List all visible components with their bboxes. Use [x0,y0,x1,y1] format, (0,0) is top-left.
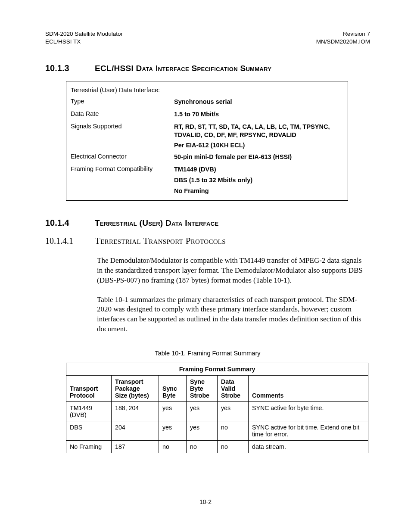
cell-comments: SYNC active for bit time. Extend one bit… [249,421,368,441]
header-right-line1: Revision 7 [316,30,370,38]
cell-dvs: yes [218,402,249,421]
spec-label-framing: Framing Format Compatibility [71,165,174,195]
th-transport-protocol: Transport Protocol [66,376,112,402]
spec-value-signals: RT, RD, ST, TT, SD, TA, CA, LA, LB, LC, … [174,123,343,139]
table-row: TM1449 (DVB) 188, 204 yes yes yes SYNC a… [66,402,368,421]
spec-value-type: Synchronous serial [174,98,343,106]
th-sync-byte: Sync Byte [159,376,187,402]
page-number: 10-2 [0,498,411,505]
cell-size: 188, 204 [112,402,159,421]
th-package-size-b: Size (bytes) [115,392,155,399]
spec-value-datarate: 1.5 to 70 Mbit/s [174,110,343,118]
cell-syncb: no [159,441,187,453]
spec-label-connector: Electrical Connector [71,153,174,161]
th-package-size: Transport Package Size (bytes) [112,376,159,402]
cell-syncb: yes [159,402,187,421]
table-row: No Framing 187 no no no data stream. [66,441,368,453]
spec-value-connector: 50-pin mini-D female per EIA-613 (HSSI) [174,153,343,161]
body-paragraph-2: Table 10-1 summarizes the primary charac… [97,295,364,335]
spec-table: Terrestrial (User) Data Interface: Type … [66,81,348,201]
cell-syncs: yes [187,421,218,441]
table-row: DBS 204 yes yes no SYNC active for bit t… [66,421,368,441]
section-heading-10141: 10.1.4.1 Terrestrial Transport Protocols [45,236,370,246]
section-heading-1014: 10.1.4 Terrestrial (User) Data Interface [45,218,370,228]
spec-label-type: Type [71,98,174,106]
framing-format-table: Framing Format Summary Transport Protoco… [66,363,368,453]
section-number: 10.1.4.1 [45,236,95,246]
spec-value-signals-b: Per EIA-612 (10KH ECL) [174,141,343,149]
cell-size: 187 [112,441,159,453]
th-syncs-a: Sync Byte [190,378,214,392]
table-caption: Table 10-1. Framing Format Summary [45,350,370,357]
header-left: SDM-2020 Satellite Modulator ECL/HSSI TX [45,30,123,45]
cell-size: 204 [112,421,159,441]
table-title: Framing Format Summary [66,363,368,376]
section-title: Terrestrial Transport Protocols [95,236,226,246]
cell-comments: data stream. [249,441,368,453]
cell-dvs: no [218,441,249,453]
section-number: 10.1.4 [45,218,95,228]
spec-value-framing-b: DBS (1.5 to 32 Mbit/s only) [174,176,343,184]
spec-label-datarate: Data Rate [71,110,174,118]
cell-dvs: no [218,421,249,441]
cell-proto: TM1449 (DVB) [66,402,112,421]
cell-proto: No Framing [66,441,112,453]
section-number: 10.1.3 [45,63,95,73]
th-data-valid-strobe: Data Valid Strobe [218,376,249,402]
section-heading-1013: 10.1.3 ECL/HSSI Data Interface Specifica… [45,63,370,73]
cell-syncs: no [187,441,218,453]
header-right-line2: MN/SDM2020M.IOM [316,38,370,46]
section-title: Terrestrial (User) Data Interface [95,218,218,228]
th-package-size-a: Transport Package [115,378,155,392]
th-comments: Comments [249,376,368,402]
spec-value-framing-a: TM1449 (DVB) [174,165,343,174]
th-dvs-a: Data Valid [221,378,245,392]
cell-syncs: yes [187,402,218,421]
page-header: SDM-2020 Satellite Modulator ECL/HSSI TX… [45,30,370,45]
th-dvs-b: Strobe [221,392,245,399]
spec-value-framing-c: No Framing [174,187,343,195]
section-title: ECL/HSSI Data Interface Specification Su… [95,64,271,73]
spec-label-signals: Signals Supported [71,123,174,150]
header-right: Revision 7 MN/SDM2020M.IOM [316,30,370,45]
th-sync-byte-strobe: Sync Byte Strobe [187,376,218,402]
header-left-line2: ECL/HSSI TX [45,38,123,46]
cell-comments: SYNC active for byte time. [249,402,368,421]
th-syncs-b: Strobe [190,392,214,399]
spec-label-terrestrial: Terrestrial (User) Data Interface: [71,87,174,93]
body-paragraph-1: The Demodulator/Modulator is compatible … [97,256,364,286]
cell-syncb: yes [159,421,187,441]
header-left-line1: SDM-2020 Satellite Modulator [45,30,123,38]
cell-proto: DBS [66,421,112,441]
